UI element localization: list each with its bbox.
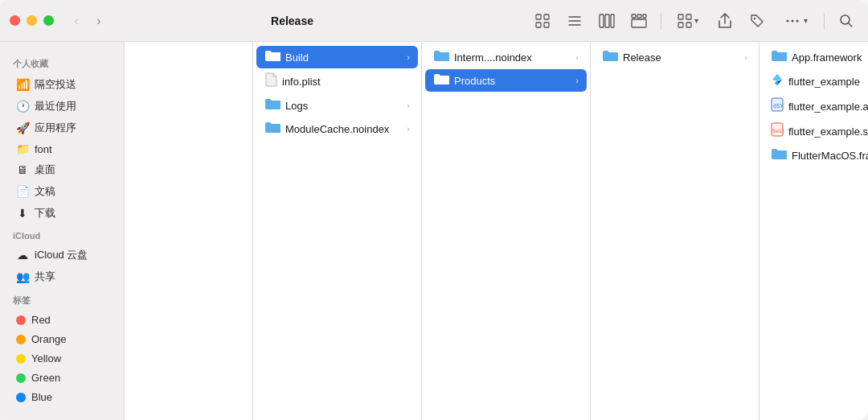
svg-point-18 <box>754 17 755 19</box>
dsym-icon: dSYM <box>771 97 784 115</box>
tag-label-green: Green <box>31 372 60 384</box>
sidebar-label-documents: 文稿 <box>35 184 55 199</box>
icloud-drive-icon: ☁ <box>16 249 29 261</box>
col-item-label-logs: Logs <box>285 100 402 112</box>
col-item-info-plist[interactable]: info.plist <box>256 69 418 93</box>
sidebar-item-desktop[interactable]: 🖥桌面 <box>3 159 121 180</box>
sidebar-item-apps[interactable]: 🚀应用程序 <box>3 117 121 138</box>
sidebar-label-airdrop: 隔空投送 <box>35 77 76 92</box>
swiftmodule-icon: Swift <box>771 122 784 140</box>
blue-dot <box>16 393 26 402</box>
col-item-products[interactable]: Products› <box>425 69 587 92</box>
search-button[interactable] <box>834 9 858 33</box>
shared-icon: 👥 <box>16 270 29 283</box>
col-item-flutter-example-dsym[interactable]: dSYM flutter_example.app.dSYM <box>763 94 868 118</box>
svg-rect-12 <box>637 14 641 18</box>
sidebar-item-airdrop[interactable]: 📶隔空投送 <box>3 74 121 95</box>
share-button[interactable] <box>713 9 737 33</box>
sidebar-favorites: 📶隔空投送🕐最近使用🚀应用程序📁font🖥桌面📄文稿⬇下载 <box>0 74 124 224</box>
titlebar: ‹ › Release <box>0 0 868 42</box>
finder-columns: Build› info.plist Logs› ModuleCache.noin… <box>125 42 868 420</box>
orange-dot <box>16 335 26 344</box>
col-item-label-flutter-example-dsym: flutter_example.app.dSYM <box>788 101 868 113</box>
col-item-flutter-example[interactable]: flutter_example <box>763 69 868 93</box>
sidebar-item-recents[interactable]: 🕐最近使用 <box>3 96 121 117</box>
recents-icon: 🕐 <box>16 100 29 113</box>
tag-label-orange: Orange <box>31 333 66 345</box>
chevron-icon: › <box>744 52 747 62</box>
svg-point-19 <box>787 19 789 22</box>
sidebar-tag-blue[interactable]: Blue <box>3 388 121 406</box>
sidebar-label-apps: 应用程序 <box>35 121 76 135</box>
action-button[interactable]: ▾ <box>671 10 705 32</box>
view-gallery[interactable] <box>627 9 651 33</box>
minimize-button[interactable] <box>27 15 37 26</box>
sidebar-item-documents[interactable]: 📄文稿 <box>3 181 121 202</box>
flutter-icon <box>771 72 784 90</box>
svg-text:dSYM: dSYM <box>773 103 784 109</box>
folder-icon <box>771 49 787 65</box>
folder-icon <box>433 49 449 65</box>
sidebar-tag-red[interactable]: Red <box>3 311 121 329</box>
red-dot <box>16 315 26 325</box>
chevron-icon: › <box>407 101 410 110</box>
desktop-icon: 🖥 <box>16 163 29 176</box>
col-item-app-framework[interactable]: App.framework› <box>763 46 868 68</box>
sidebar-item-icloud-drive[interactable]: ☁iCloud 云盘 <box>3 245 121 266</box>
chevron-icon: › <box>407 124 410 134</box>
col-item-label-info-plist: info.plist <box>282 76 410 88</box>
empty-column <box>125 42 253 420</box>
col-item-label-build: Build <box>285 51 402 64</box>
col-item-flutter-example-swiftmodule[interactable]: Swift flutter_example.swiftmodule› <box>763 119 868 143</box>
col-item-label-products: Products <box>454 75 571 87</box>
sidebar-icloud: ☁iCloud 云盘👥共享 <box>0 245 124 287</box>
svg-rect-3 <box>544 23 549 27</box>
col-item-logs[interactable]: Logs› <box>256 94 418 117</box>
more-button[interactable]: ▾ <box>777 10 814 32</box>
sidebar-item-font[interactable]: 📁font <box>3 139 121 159</box>
col-item-release[interactable]: Release› <box>594 46 755 68</box>
svg-rect-1 <box>544 14 549 19</box>
col-item-flutter-macos-framework[interactable]: FlutterMacOS.framework› <box>763 144 868 167</box>
col-item-label-flutter-macos-framework: FlutterMacOS.framework <box>792 150 868 162</box>
svg-rect-9 <box>611 14 614 27</box>
svg-rect-10 <box>632 19 646 27</box>
col-item-modulecache[interactable]: ModuleCache.noindex› <box>256 117 418 140</box>
svg-line-23 <box>849 23 853 27</box>
view-column[interactable] <box>595 9 619 33</box>
view-list[interactable] <box>563 9 587 33</box>
maximize-button[interactable] <box>43 15 54 26</box>
col-item-label-flutter-example: flutter_example <box>788 76 868 88</box>
sidebar-tag-yellow[interactable]: Yellow <box>3 349 121 368</box>
tag-button[interactable] <box>745 9 769 33</box>
column-3: Release› <box>591 42 760 420</box>
svg-rect-16 <box>678 23 683 27</box>
folder-icon <box>264 121 280 137</box>
yellow-dot <box>16 354 26 364</box>
sidebar-tag-green[interactable]: Green <box>3 369 121 387</box>
documents-icon: 📄 <box>16 185 29 198</box>
col-item-label-flutter-example-swiftmodule: flutter_example.swiftmodule <box>788 126 868 138</box>
sidebar: 个人收藏 📶隔空投送🕐最近使用🚀应用程序📁font🖥桌面📄文稿⬇下载 iClou… <box>0 42 125 420</box>
sidebar-label-downloads: 下载 <box>35 206 55 220</box>
svg-rect-2 <box>536 23 541 27</box>
sidebar-tag-orange[interactable]: Orange <box>3 330 121 348</box>
sidebar-label-recents: 最近使用 <box>35 99 76 113</box>
toolbar-sep1 <box>661 13 661 29</box>
tag-label-yellow: Yellow <box>31 352 61 364</box>
close-button[interactable] <box>10 15 20 26</box>
file-icon <box>264 72 277 90</box>
column-1: Build› info.plist Logs› ModuleCache.noin… <box>253 42 422 420</box>
folder-icon <box>433 72 449 89</box>
col-item-label-release: Release <box>623 51 739 64</box>
col-item-interm-noindex[interactable]: Interm....noindex› <box>425 46 587 68</box>
sidebar-label-icloud-drive: iCloud 云盘 <box>35 248 88 262</box>
sidebar-label-shared: 共享 <box>35 270 55 284</box>
col-item-build[interactable]: Build› <box>256 46 418 68</box>
traffic-lights <box>10 15 54 26</box>
view-icon-grid[interactable] <box>530 9 555 33</box>
sidebar-item-shared[interactable]: 👥共享 <box>3 266 121 287</box>
sidebar-item-downloads[interactable]: ⬇下载 <box>3 203 121 224</box>
airdrop-icon: 📶 <box>16 78 29 91</box>
chevron-icon: › <box>407 52 410 62</box>
